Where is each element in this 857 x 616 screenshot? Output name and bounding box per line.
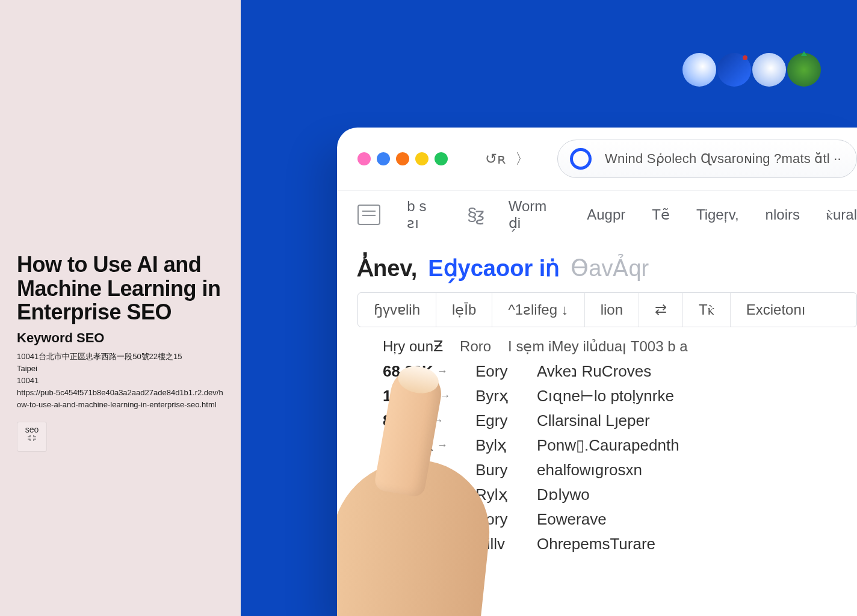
row-metric: 17 00Ⲕ̗ — [383, 485, 432, 504]
filter-chip[interactable]: Tⲕ̀ — [682, 293, 730, 327]
result-row[interactable]: 8Ŀ 00K→ — [383, 559, 857, 578]
window-dots — [357, 152, 448, 165]
tab[interactable]: nloirs — [766, 206, 800, 223]
result-rows: 68 00K→EoryAvkeנ RuCroves 1.3 00Ⲕ→ByrҳCı… — [383, 362, 857, 578]
browser-window: ↺ʀ 〉 Wnind Sῤolech Ɋvsaroɴing ?mats ɑ̆tl… — [337, 128, 857, 616]
filter-bar[interactable]: ɧγvɐlih lẹĪb ^1ƨlifeg ↓ lion ⇄ Tⲕ̀ Excie… — [357, 292, 857, 327]
row-col3: Avkeנ RuCroves — [537, 362, 651, 381]
filter-chip[interactable]: lion — [584, 293, 639, 327]
dot-icon — [396, 152, 409, 165]
result-row[interactable]: 80 00K→BylҳPonw▯.Caurapednth — [383, 436, 857, 455]
result-row[interactable]: 80 00K→NillvOhrepemsTurare — [383, 535, 857, 553]
tab[interactable]: Tẽ — [652, 206, 670, 223]
filter-chip[interactable]: Excietonı — [730, 293, 821, 327]
filter-chip[interactable]: ^1ƨlifeg ↓ — [492, 293, 584, 327]
browser-chrome: ↺ʀ 〉 Wnind Sῤolech Ɋvsaroɴing ?mats ɑ̆tl… — [337, 128, 857, 190]
arrow-icon: → — [437, 439, 448, 452]
result-row[interactable]: 1.3 00Ⲕ→ByrҳCıɋne⊢lo ptoļynrke — [383, 387, 857, 405]
info-sidebar: How to Use AI and Machine Learning in En… — [0, 0, 241, 616]
dot-icon — [415, 152, 428, 165]
col-head: Roro — [460, 338, 491, 355]
row-col3: Cllarsinal Lȷeper — [537, 411, 650, 430]
row-metric: 8Ŀ 00K — [383, 559, 434, 578]
tab[interactable]: Worm d̗i — [509, 198, 560, 232]
address-bar[interactable]: Wnind Sῤolech Ɋvsaroɴing ?mats ɑ̆tl ·· — [557, 140, 857, 178]
row-metric: 8̔2 00K — [383, 461, 435, 479]
reload-icon[interactable]: ↺ʀ — [485, 150, 506, 167]
arrow-icon: → — [437, 513, 448, 526]
meta-block: 10041台北市中正區忠孝西路一段50號22樓之15 Taipei 10041 … — [17, 351, 224, 411]
page-subtitle: Keyword SEO — [17, 330, 224, 346]
headline-pre: A̓nev, — [357, 255, 417, 282]
headline-blue: Ed̗ycaoor iṅ — [428, 255, 560, 282]
row-col3: Eowerave — [537, 510, 607, 529]
logo-orb — [787, 53, 821, 87]
arrow-icon: → — [438, 562, 448, 575]
result-row[interactable]: 68 00K→EoryAvkeנ RuCroves — [383, 362, 857, 381]
column-header-row: Hŗy ounƵ Roro I sẹm iMey ilủduaן T003 b … — [383, 338, 857, 355]
result-row[interactable]: 17 00Ⲕ̗→RylҳDɒlywo — [383, 485, 857, 504]
dot-icon — [377, 152, 390, 165]
arrow-icon: → — [438, 464, 449, 476]
filter-chip[interactable]: ⇄ — [639, 293, 682, 327]
row-col3: Dɒlywo — [537, 485, 590, 504]
logo-orb — [752, 53, 786, 87]
row-col2: Bury — [475, 461, 519, 479]
row-col3: Ponw▯.Caurapednth — [537, 436, 679, 455]
row-metric: 80 00K — [383, 436, 433, 455]
tag-chip: seo — [17, 422, 47, 452]
col-head: Hŗy ounƵ — [383, 338, 443, 355]
row-col2: Bylҳ — [475, 436, 519, 455]
row-col3: ehalfowıgrosxn — [537, 461, 642, 479]
grid-icon[interactable] — [357, 205, 380, 225]
tab[interactable]: Tigeŗv, — [696, 206, 739, 223]
switch-icon: ⇄ — [655, 301, 667, 318]
result-row[interactable]: 32 00K→BoryEowerave — [383, 510, 857, 529]
squiggle-icon: §ƺ — [467, 204, 482, 225]
row-metric: 68 00K — [383, 362, 433, 381]
row-col2: Rylҳ — [475, 485, 519, 504]
row-metric: 80 00K — [383, 535, 433, 553]
row-col2: Egry — [475, 411, 519, 430]
arrow-icon: → — [439, 390, 450, 402]
filter-chip[interactable]: lẹĪb — [436, 293, 492, 327]
meta-line: https://pub-5c454f571b8e40a3a2aad27ade84… — [17, 387, 224, 411]
hero-stage: ↺ʀ 〉 Wnind Sῤolech Ɋvsaroɴing ?mats ɑ̆tl… — [241, 0, 857, 616]
headline-grey: ƟavẢqr — [571, 255, 649, 282]
logo-strip — [682, 53, 821, 87]
col-head: I sẹm iMey ilủduaן T003 b a — [508, 338, 687, 355]
address-text: Wnind Sῤolech Ɋvsaroɴing ?mats ɑ̆tl ·· — [605, 151, 841, 167]
tag-label: seo — [25, 425, 39, 434]
nav-buttons[interactable]: ↺ʀ 〉 — [485, 149, 530, 168]
arrow-icon: → — [437, 538, 448, 550]
tab[interactable]: b s ƨı — [407, 198, 441, 232]
result-row[interactable]: 8̔2 00K→Buryehalfowıgrosxn — [383, 461, 857, 479]
dot-icon — [435, 152, 448, 165]
tab[interactable]: ⲕ̀ural — [826, 206, 857, 223]
row-col2: Eory — [475, 362, 519, 381]
meta-line: Taipei — [17, 363, 224, 375]
filter-chip[interactable]: ɧγvɐlih — [358, 293, 436, 327]
result-row[interactable]: 8I 00K→EgryCllarsinal Lȷeper — [383, 411, 857, 430]
expand-icon — [27, 434, 37, 442]
row-col2: Byrҳ — [475, 387, 519, 405]
meta-line: 10041台北市中正區忠孝西路一段50號22樓之15 — [17, 351, 224, 363]
row-col2: Bory — [475, 510, 519, 529]
result-headline: A̓nev, Ed̗ycaoor iṅ ƟavẢqr — [337, 238, 857, 288]
page-title: How to Use AI and Machine Learning in En… — [17, 253, 224, 324]
tab-strip[interactable]: b s ƨı §ƺ Worm d̗i Augpr Tẽ Tigeŗv, nloi… — [337, 190, 857, 238]
row-metric: 1.3 00Ⲕ — [383, 387, 436, 405]
row-metric: 8I 00K — [383, 411, 429, 430]
logo-orb — [717, 53, 751, 87]
logo-orb — [682, 53, 716, 87]
arrow-icon: → — [435, 488, 446, 501]
tab[interactable]: Augpr — [587, 206, 625, 223]
forward-icon[interactable]: 〉 — [515, 149, 530, 168]
loading-ring-icon — [570, 148, 592, 170]
row-col3: Cıɋne⊢lo ptoļynrke — [537, 387, 674, 405]
row-col2: Nillv — [475, 535, 519, 553]
arrow-icon: → — [433, 414, 444, 427]
dot-icon — [357, 152, 371, 165]
arrow-icon: → — [437, 365, 448, 378]
row-metric: 32 00K — [383, 510, 433, 529]
